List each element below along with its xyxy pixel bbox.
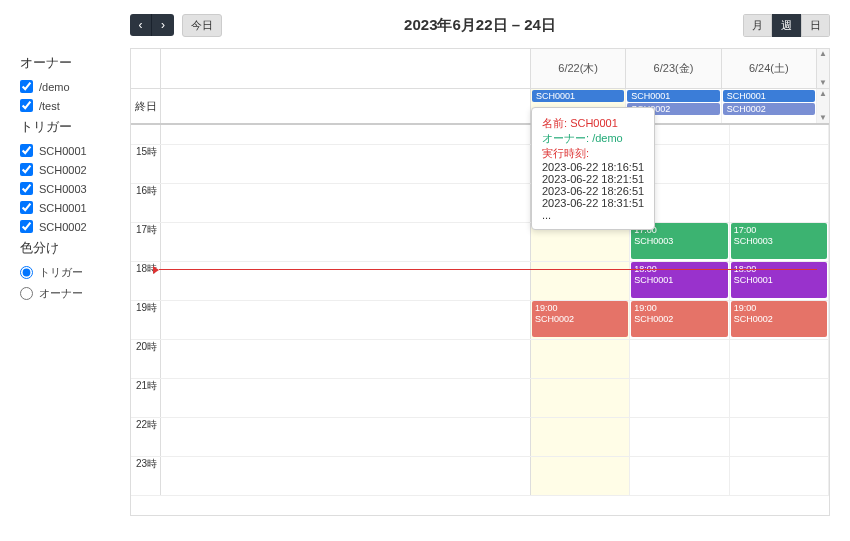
day-header[interactable]: 6/22(木)	[531, 49, 626, 88]
day-header[interactable]: 6/23(金)	[626, 49, 721, 88]
trigger-checkbox[interactable]: SCH0002	[20, 163, 130, 176]
chevron-left-icon: ‹	[139, 18, 143, 32]
allday-label: 終日	[131, 89, 161, 123]
allday-event[interactable]: SCH0001	[723, 90, 815, 102]
allday-event[interactable]: SCH0002	[723, 103, 815, 115]
hour-label: 21時	[131, 379, 161, 417]
calendar-event[interactable]: 18:00SCH0001	[631, 262, 727, 298]
allday-cell[interactable]: SCH0001 名前: SCH0001 オーナー: /demo 実行時刻: 20…	[531, 89, 626, 123]
calendar-event[interactable]: 19:00SCH0002	[631, 301, 727, 337]
next-button[interactable]: ›	[152, 14, 174, 36]
hour-label: 19時	[131, 301, 161, 339]
current-time-indicator	[159, 269, 817, 270]
owner-checkbox-test[interactable]: /test	[20, 99, 130, 112]
date-range-title: 2023年6月22日 – 24日	[404, 16, 556, 35]
calendar-event[interactable]: 17:00SCH0003	[731, 223, 827, 259]
time-grid: 15時 16時 17時 17:00SCH0003 17:00SCH0003 18…	[131, 125, 829, 515]
trigger-checkbox[interactable]: SCH0001	[20, 144, 130, 157]
calendar-event[interactable]: 19:00SCH0002	[532, 301, 628, 337]
allday-event[interactable]: SCH0001	[627, 90, 719, 102]
view-week-button[interactable]: 週	[772, 14, 801, 37]
today-button[interactable]: 今日	[182, 14, 222, 37]
calendar-event[interactable]: 18:00SCH0001	[731, 262, 827, 298]
allday-event[interactable]: SCH0001	[532, 90, 624, 102]
scroll-down-icon[interactable]: ▼	[817, 78, 829, 88]
hour-label: 22時	[131, 418, 161, 456]
hour-label: 20時	[131, 340, 161, 378]
coloring-radio-trigger[interactable]: トリガー	[20, 265, 130, 280]
owner-heading: オーナー	[20, 54, 130, 72]
trigger-checkbox[interactable]: SCH0003	[20, 182, 130, 195]
calendar: 6/22(木) 6/23(金) 6/24(土) ▲▼ 終日 SCH0001 名前…	[130, 48, 830, 516]
view-month-button[interactable]: 月	[743, 14, 772, 37]
coloring-heading: 色分け	[20, 239, 130, 257]
scroll-down-icon[interactable]: ▼	[817, 113, 829, 123]
trigger-checkbox[interactable]: SCH0002	[20, 220, 130, 233]
sidebar: オーナー /demo /test トリガー SCH0001 SCH0002 SC…	[20, 12, 130, 516]
coloring-radio-owner[interactable]: オーナー	[20, 286, 130, 301]
chevron-right-icon: ›	[161, 18, 165, 32]
event-tooltip: 名前: SCH0001 オーナー: /demo 実行時刻: 2023-06-22…	[531, 107, 655, 230]
hour-label: 16時	[131, 184, 161, 222]
trigger-heading: トリガー	[20, 118, 130, 136]
day-header[interactable]: 6/24(土)	[722, 49, 817, 88]
trigger-checkbox[interactable]: SCH0001	[20, 201, 130, 214]
scroll-up-icon[interactable]: ▲	[817, 49, 829, 59]
view-day-button[interactable]: 日	[801, 14, 830, 37]
toolbar: ‹ › 今日 2023年6月22日 – 24日 月 週 日	[130, 12, 830, 38]
calendar-event[interactable]: 19:00SCH0002	[731, 301, 827, 337]
main: ‹ › 今日 2023年6月22日 – 24日 月 週 日 6/22(木) 6/…	[130, 12, 830, 516]
prev-button[interactable]: ‹	[130, 14, 152, 36]
hour-label: 15時	[131, 145, 161, 183]
scroll-up-icon[interactable]: ▲	[817, 89, 829, 99]
hour-label: 23時	[131, 457, 161, 495]
allday-cell[interactable]: SCH0001 SCH0002	[722, 89, 817, 123]
owner-checkbox-demo[interactable]: /demo	[20, 80, 130, 93]
hour-label: 17時	[131, 223, 161, 261]
